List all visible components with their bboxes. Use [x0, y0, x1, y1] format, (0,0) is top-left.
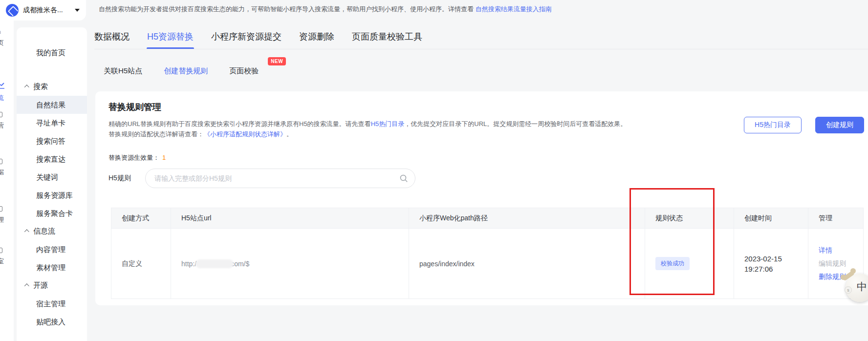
sidebar-item-search-direct[interactable]: 搜索直达 [17, 150, 87, 168]
rail-item-marketing[interactable]: 营 [0, 110, 14, 130]
sidebar-section-label: 开源 [33, 281, 48, 290]
rail-label: 据 [0, 168, 14, 177]
sidebar-section-search[interactable]: 搜索 [17, 78, 87, 96]
rail-item-traffic[interactable]: 流 [0, 82, 14, 103]
column-header-h5-site-url: H5站点url [171, 208, 409, 228]
column-header-rule-status: 规则状态 [645, 208, 734, 228]
marketing-icon [0, 112, 2, 117]
ime-float-widget[interactable]: s 中 [842, 270, 868, 304]
page-description-text: 自然搜索功能为开发者提供对接百度搜索生态的能力，可帮助智能小程序导入搜索流量，帮… [99, 5, 476, 13]
sidebar-item-keywords[interactable]: 关键词 [17, 168, 87, 186]
sidebar: 我的首页 搜索 自然结果 寻址单卡 搜索问答 搜索直达 关键词 服务资源库 服务… [17, 27, 87, 341]
smart-program-logo-icon [6, 4, 19, 17]
content-card: 替换规则管理 精确的URL替换规则有助于百度搜索更快索引小程序资源并继承原有H5… [95, 91, 868, 305]
phone-icon [841, 268, 856, 282]
rail-item-home[interactable]: ⌂ 页 [0, 27, 14, 47]
rail-label: 页 [0, 39, 14, 47]
tab-data-overview[interactable]: 数据概况 [94, 26, 130, 49]
column-header-created-time: 创建时间 [734, 208, 808, 228]
action-edit-rule-link[interactable]: 编辑规则 [819, 259, 846, 268]
desc-text: ，优先提交对应目录下的URL。提交规则需经一周校验时间后可查看适配效果。 [404, 120, 627, 128]
subtab-page-check[interactable]: 页面校验 NEW [229, 66, 259, 76]
cell-created-time: 2023-02-15 19:27:06 [734, 229, 808, 298]
caret-down-icon [75, 9, 80, 12]
sidebar-item-material-manage[interactable]: 素材管理 [17, 258, 87, 277]
sidebar-section-label: 信息流 [33, 227, 55, 236]
sidebar-item-service-aggregation-card[interactable]: 服务聚合卡 [17, 204, 87, 222]
tab-page-quality-tool[interactable]: 页面质量校验工具 [352, 26, 422, 49]
chevron-up-icon [24, 229, 29, 234]
desc-text: 精确的URL替换规则有助于百度搜索更快索引小程序资源并继承原有H5的搜索流量。请… [108, 120, 371, 128]
tab-new-resource-submit[interactable]: 小程序新资源提交 [211, 26, 282, 49]
rail-item-manage[interactable]: 理 [0, 204, 14, 224]
rail-item-lab[interactable]: 室 [0, 246, 14, 266]
cell-path: pages/index/index [409, 229, 645, 298]
workspace-selector[interactable]: 成都推米各... [0, 0, 86, 21]
home-icon: ⌂ [0, 27, 14, 37]
h5-rule-search-input[interactable] [145, 169, 415, 188]
sidebar-item-search-qa[interactable]: 搜索问答 [17, 132, 87, 150]
rail-label: 营 [0, 121, 14, 130]
new-badge: NEW [268, 57, 286, 65]
created-clock: 19:27:06 [744, 265, 773, 273]
status-badge: 校验成功 [655, 257, 690, 270]
tab-h5-resource-replace[interactable]: H5资源替换 [147, 26, 194, 49]
rule-filter: H5规则 [108, 169, 415, 188]
sidebar-item-host-manage[interactable]: 宿主管理 [17, 295, 87, 313]
sidebar-item-content-manage[interactable]: 内容管理 [17, 240, 87, 258]
url-prefix: http:/ [181, 260, 196, 268]
cell-create-mode: 自定义 [111, 229, 171, 298]
workspace-name: 成都推米各... [23, 6, 63, 15]
url-value: http:/com/$ [181, 259, 249, 268]
effective-count: 替换资源生效量：1 [108, 153, 166, 162]
rail-label: 流 [0, 94, 14, 103]
cell-url: http:/com/$ [171, 229, 409, 298]
panel-description-line2: 替换规则的适配状态详解请查看：《小程序适配规则状态详解》。 [108, 129, 627, 139]
sub-tabs: 关联H5站点 创建替换规则 页面校验 NEW [104, 63, 259, 79]
data-icon [0, 159, 2, 164]
sidebar-section-open-source[interactable]: 开源 [17, 277, 87, 295]
sidebar-item-addressing-card[interactable]: 寻址单卡 [17, 114, 87, 132]
sidebar-item-service-resource-lib[interactable]: 服务资源库 [17, 186, 87, 204]
search-icon[interactable] [399, 174, 408, 183]
left-rail: ⌂ 页 流 营 据 理 室 [0, 0, 14, 341]
panel-buttons: H5热门目录 创建规则 [744, 117, 864, 133]
rule-status-detail-link[interactable]: 《小程序适配规则状态详解》 [204, 130, 286, 138]
column-header-web-path: 小程序Web化path路径 [409, 208, 645, 228]
main-tabs: 数据概况 H5资源替换 小程序新资源提交 资源删除 页面质量校验工具 [94, 26, 422, 49]
tab-resource-delete[interactable]: 资源删除 [299, 26, 334, 49]
traffic-chart-icon [0, 82, 14, 92]
app-root: ⌂ 页 流 营 据 理 室 成都推米各... 我的首页 [0, 0, 868, 341]
subtab-create-replace-rule[interactable]: 创建替换规则 [164, 66, 208, 76]
column-header-create-mode: 创建方式 [111, 208, 171, 228]
rail-label: 室 [0, 257, 14, 266]
rail-label: 理 [0, 215, 14, 224]
subtab-link-h5-site[interactable]: 关联H5站点 [104, 66, 142, 76]
h5-hot-directory-link[interactable]: H5热门目录 [371, 120, 405, 128]
sidebar-section-feed[interactable]: 信息流 [17, 222, 87, 240]
sidebar-item-natural-results[interactable]: 自然结果 [17, 96, 87, 114]
created-date: 2023-02-15 [744, 255, 782, 263]
tabs-divider [94, 49, 868, 49]
traffic-guide-link[interactable]: 自然搜索结果流量接入指南 [476, 5, 552, 13]
desc-text: 。 [286, 130, 293, 138]
effective-count-label: 替换资源生效量： [108, 154, 159, 161]
action-detail-link[interactable]: 详情 [819, 246, 832, 255]
panel-description: 精确的URL替换规则有助于百度搜索更快索引小程序资源并继承原有H5的搜索流量。请… [108, 119, 627, 139]
manage-icon [0, 206, 2, 212]
create-rule-button[interactable]: 创建规则 [815, 117, 864, 133]
column-header-manage: 管理 [808, 208, 863, 228]
sidebar-item-my-home[interactable]: 我的首页 [17, 44, 87, 62]
url-redaction-blur [195, 259, 234, 268]
desc-text: 替换规则的适配状态详解请查看： [108, 130, 204, 138]
rules-table: 创建方式 H5站点url 小程序Web化path路径 规则状态 创建时间 管理 … [111, 208, 864, 299]
cell-rule-status: 校验成功 [645, 229, 734, 298]
ime-badge: s [845, 286, 852, 294]
sidebar-section-label: 搜索 [33, 82, 48, 91]
rail-item-data[interactable]: 据 [0, 157, 14, 177]
page-description: 自然搜索功能为开发者提供对接百度搜索生态的能力，可帮助智能小程序导入搜索流量，帮… [99, 5, 552, 14]
effective-count-value: 1 [162, 154, 166, 161]
sidebar-item-tieba-access[interactable]: 贴吧接入 [17, 313, 87, 331]
h5-hot-directory-button[interactable]: H5热门目录 [744, 117, 802, 133]
panel-title: 替换规则管理 [108, 101, 161, 113]
